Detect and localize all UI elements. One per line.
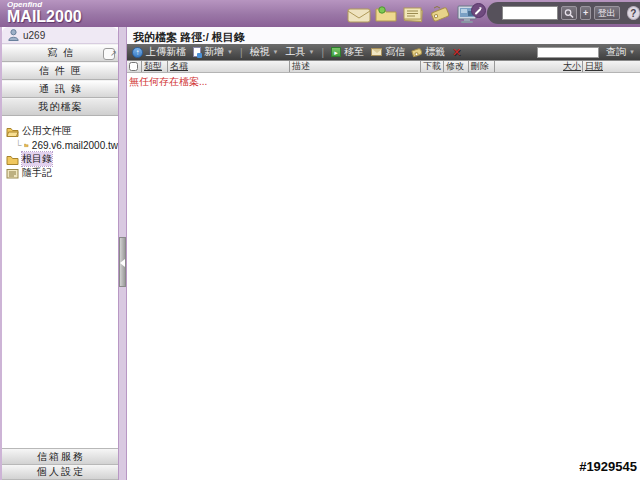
folder-icon [6, 154, 19, 165]
compose-mail-button[interactable]: 寫信 [371, 45, 405, 59]
chevron-down-icon: ▼ [629, 49, 635, 55]
tree-item-notes[interactable]: 隨手記 [6, 166, 118, 180]
empty-files-message: 無任何存在檔案... [127, 75, 640, 89]
search-go-button[interactable] [561, 6, 577, 20]
tree-item-domain-folder[interactable]: └ 269.v6.mail2000.tw [6, 138, 118, 152]
folder-tree: 公用文件匣 └ 269.v6.mail2000.tw 根目錄 [2, 116, 118, 180]
domain-folder-label: 269.v6.mail2000.tw [32, 140, 118, 151]
query-button[interactable]: 查詢 ▼ [606, 45, 635, 59]
sidebar-item-compose[interactable]: 寫信 ↗ [2, 44, 118, 62]
file-search-input[interactable] [537, 47, 599, 58]
tree-item-public-folder[interactable]: 公用文件匣 [6, 124, 118, 138]
username-label: u269 [23, 30, 45, 41]
chevron-down-icon: ▼ [227, 49, 233, 55]
view-label: 檢視 [250, 45, 270, 59]
sidebar-item-contacts[interactable]: 通訊錄 [2, 80, 118, 98]
compose-mail-label: 寫信 [385, 45, 405, 59]
user-avatar-icon [8, 29, 19, 41]
user-row: u269 [2, 27, 118, 44]
files-toolbar: ↑ 上傳新檔 新增 ▼ | 檢視 ▼ 工具 ▼ | ▸ 移至 [127, 44, 640, 60]
settings-label: 個人設定 [35, 465, 85, 479]
upload-button[interactable]: ↑ 上傳新檔 [132, 45, 186, 59]
column-download: 下載 [420, 61, 443, 72]
sidebar-item-mailbox[interactable]: 信件匣 [2, 62, 118, 80]
move-label: 移至 [344, 45, 364, 59]
upload-label: 上傳新檔 [146, 45, 186, 59]
tree-item-root-folder[interactable]: 根目錄 [6, 152, 118, 166]
mail-icon[interactable] [346, 3, 371, 24]
compose-new-window-icon[interactable]: ↗ [103, 48, 115, 60]
tag-icon[interactable] [427, 3, 452, 24]
file-list-header: 類型 名稱 描述 下載 修改 刪除 大小 日期 [127, 60, 640, 73]
quick-access-icons [346, 3, 479, 24]
column-modify: 修改 [443, 61, 468, 72]
query-label: 查詢 [606, 45, 626, 59]
search-add-button[interactable]: + [580, 6, 591, 20]
notes-icon[interactable] [400, 3, 425, 24]
delete-button[interactable]: ✕ [452, 46, 461, 59]
column-type[interactable]: 類型 [141, 61, 167, 72]
collapse-left-arrow-icon [120, 259, 125, 267]
toolbar-separator: | [240, 47, 243, 58]
top-bar: Openfind MAIL2000 [0, 0, 640, 27]
page-title: 我的檔案 路徑:/ 根目錄 [127, 27, 640, 44]
sidebar: u269 寫信 ↗ 信件匣 通訊錄 我的檔案 公用文件匣 └ [2, 27, 118, 480]
select-all-checkbox[interactable] [129, 62, 138, 71]
mailbox-label: 信件匣 [33, 64, 87, 78]
logout-button[interactable]: 登出 [594, 6, 620, 20]
column-spacer [494, 61, 538, 72]
tools-button[interactable]: 工具 ▼ [286, 45, 315, 59]
tree-branch-glyph: └ [15, 140, 21, 150]
move-to-button[interactable]: ▸ 移至 [331, 45, 364, 59]
brand-logo: Openfind MAIL2000 [7, 1, 82, 25]
toolbar-separator: | [321, 47, 324, 58]
sidebar-item-settings[interactable]: 個人設定 [2, 464, 118, 480]
help-button[interactable]: ? [627, 6, 640, 20]
public-folder-label: 公用文件匣 [22, 124, 72, 138]
sidebar-splitter[interactable] [118, 27, 127, 480]
notes-label: 隨手記 [22, 166, 52, 180]
tag-icon [411, 47, 423, 57]
chevron-down-icon: ▼ [273, 49, 279, 55]
main-content: 我的檔案 路徑:/ 根目錄 ↑ 上傳新檔 新增 ▼ | 檢視 ▼ 工具 ▼ | [127, 27, 640, 480]
sidebar-item-myfiles[interactable]: 我的檔案 [2, 98, 118, 116]
view-button[interactable]: 檢視 ▼ [250, 45, 279, 59]
myfiles-label: 我的檔案 [38, 100, 83, 114]
watermark-id: #1929545 [579, 459, 637, 474]
contacts-folder-icon[interactable] [373, 3, 398, 24]
folder-icon [24, 140, 28, 150]
tools-label: 工具 [286, 45, 306, 59]
mail2000-app: Openfind MAIL2000 [0, 0, 640, 480]
root-folder-label: 根目錄 [22, 152, 52, 166]
folder-open-icon [6, 126, 19, 137]
new-label: 新增 [204, 45, 224, 59]
brand-mail2000: MAIL2000 [7, 8, 82, 25]
settings-wrench-icon[interactable] [471, 3, 486, 18]
tag-button[interactable]: 標籤 [412, 45, 445, 59]
upload-icon: ↑ [132, 47, 143, 58]
new-document-icon [193, 47, 201, 57]
new-button[interactable]: 新增 ▼ [193, 45, 233, 59]
contacts-label: 通訊錄 [33, 82, 87, 96]
global-search-bar: + 登出 ? [487, 2, 640, 24]
column-name[interactable]: 名稱 [167, 61, 289, 72]
chevron-down-icon: ▼ [309, 49, 315, 55]
notes-icon [6, 168, 19, 179]
column-delete: 刪除 [468, 61, 494, 72]
column-date[interactable]: 日期 [582, 61, 640, 72]
tag-label: 標籤 [425, 45, 445, 59]
splitter-collapse-handle[interactable] [119, 237, 126, 287]
move-icon: ▸ [331, 47, 341, 57]
envelope-icon [371, 48, 382, 56]
column-size[interactable]: 大小 [538, 61, 582, 72]
services-label: 信箱服務 [35, 450, 85, 464]
compose-label: 寫信 [41, 46, 79, 60]
sidebar-item-services[interactable]: 信箱服務 [2, 448, 118, 464]
search-input[interactable] [502, 6, 558, 20]
column-description: 描述 [289, 61, 420, 72]
